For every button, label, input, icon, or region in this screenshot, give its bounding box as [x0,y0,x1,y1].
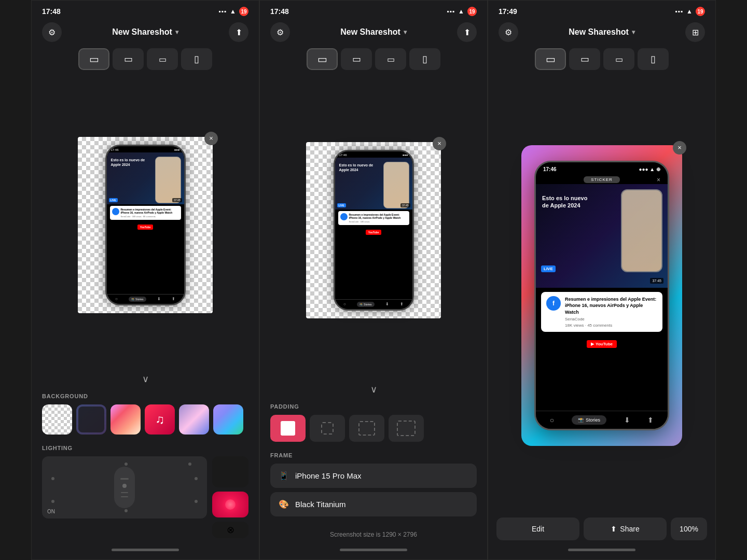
nav-title-3[interactable]: New Shareshot ▾ [569,27,635,37]
canvas-area-2: × 17:46 ●●● Esto es lo nuevo de Apple 20… [260,78,487,382]
wifi-icon-1: ▲ [230,8,236,15]
mockup-card-1: Resumen e impresiones del Apple Event: i… [110,206,181,220]
screenshot-container-1: × 17:46 ●●● Esto es lo nuevo de Apple 20… [78,137,213,313]
canvas-area-1: × 17:46 ●●● Esto es lo nuevo de Apple 20… [32,78,259,371]
share-btn-2[interactable]: ⬆ [457,22,477,42]
frame-color-option[interactable]: 🎨 Black Titanium [270,492,477,516]
top-nav-2: ⚙ New Shareshot ▾ ⬆ [260,20,487,48]
preview-download-icon: ⬇ [624,416,630,424]
status-time-2: 17:48 [270,7,289,16]
preview-phone-container: × 17:46 ●●● ▲ ⊕ STICKER × [521,145,682,446]
preview-close-btn[interactable]: × [673,141,686,155]
bg-spectrum-btn[interactable] [179,404,209,435]
preview-stories-btn[interactable]: 📸 Stories [572,415,606,425]
mockup-content-2: Esto es lo nuevo de Apple 2024 LIVE 37:4… [335,158,412,299]
frame-label: FRAME [270,452,477,458]
device-selector-3: ▭ ▭ ▭ ▯ [488,48,715,78]
frame-color-name: Black Titanium [295,500,346,509]
lighting-preview: ON [42,456,207,519]
gear-icon-1: ⚙ [48,27,56,37]
lighting-dark-box[interactable] [212,456,248,487]
collapse-arrow-1[interactable]: ∨ [32,371,259,389]
preview-card-stats: 18K views · 45 comments [565,323,657,328]
status-bar-1: 17:48 ▪▪▪ ▲ 19 [32,1,259,20]
preview-iphone-graphic [621,189,662,272]
share-action-icon: ⬆ [611,525,617,533]
mockup-screen-1: 17:46 ●●● Esto es lo nuevo de Apple 2024… [107,146,184,304]
bg-apple-btn[interactable]: 🍎 [247,404,248,435]
home-indicator-1 [32,544,259,559]
padding-btn-lg[interactable] [389,415,424,442]
mockup-bottom-bar-2: ○ 📸 Stories ⬇ ⬆ [335,299,412,309]
mac-icon-1: ▭ [159,54,167,64]
ipad2-icon-1: ▭ [124,53,133,65]
mockup-card-2: Resumen e impresiones del Apple Event: i… [338,211,409,225]
sticker-close-icon[interactable]: × [657,176,660,184]
share-btn[interactable]: ⬆ Share [584,517,667,540]
status-icons-2: ▪▪▪ ▲ 19 [447,7,477,16]
edit-btn[interactable]: Edit [496,517,579,540]
device-btn-phone-3[interactable]: ▯ [638,48,669,70]
device-btn-ipad2-3[interactable]: ▭ [569,48,600,70]
gallery-btn-3[interactable]: ⊞ [685,22,705,42]
phone-3: 17:49 ▪▪▪ ▲ 19 ⚙ New Shareshot ▾ ⊞ ▭ [488,0,716,560]
phones-container: 17:48 ▪▪▪ ▲ 19 ⚙ New Shareshot ▾ ⬆ ▭ [0,0,747,560]
device-btn-mac-1[interactable]: ▭ [147,48,178,70]
device-btn-phone-2[interactable]: ▯ [409,48,440,70]
device-btn-mac-2[interactable]: ▭ [375,48,406,70]
device-btn-ipad-1[interactable]: ▭ [78,48,109,70]
phone-frame-icon: 📱 [279,471,289,481]
zoom-label: 100% [680,525,698,533]
bg-gradient2-btn[interactable] [213,404,243,435]
close-btn-2[interactable]: × [433,137,446,150]
share-action-label: Share [620,525,639,533]
screenshot-container-2: × 17:46 ●●● Esto es lo nuevo de Apple 20… [306,142,441,318]
bg-blur-btn[interactable] [76,404,106,435]
device-btn-ipad-3[interactable]: ▭ [535,48,566,70]
status-time-3: 17:49 [499,7,517,16]
mockup-video-1: Esto es lo nuevo de Apple 2024 LIVE 37:4… [107,152,184,204]
device-btn-ipad2-2[interactable]: ▭ [341,48,372,70]
settings-btn-3[interactable]: ⚙ [499,22,518,42]
checkered-bg-2: 17:46 ●●● Esto es lo nuevo de Apple 2024… [306,142,441,318]
device-btn-phone-1[interactable]: ▯ [181,48,212,70]
chevron-icon-2: ▾ [404,29,407,36]
lighting-pink-box[interactable] [212,492,248,517]
phone-2: 17:48 ▪▪▪ ▲ 19 ⚙ New Shareshot ▾ ⬆ ▭ [259,0,488,560]
preview-yt: YouTube [536,336,668,352]
collapse-arrow-2[interactable]: ∨ [260,382,487,399]
device-btn-ipad-2[interactable]: ▭ [307,48,338,70]
zoom-btn[interactable]: 100% [671,517,707,540]
settings-btn-2[interactable]: ⚙ [270,22,290,42]
padding-btn-none[interactable] [270,415,306,442]
padding-btn-sm[interactable] [310,415,345,442]
status-bar-2: 17:48 ▪▪▪ ▲ 19 [260,1,487,20]
status-time-1: 17:48 [42,7,61,16]
background-label: BACKGROUND [42,393,248,399]
nav-title-2[interactable]: New Shareshot ▾ [340,27,407,37]
top-nav-1: ⚙ New Shareshot ▾ ⬆ [32,20,259,48]
phone-mockup-1: 17:46 ●●● Esto es lo nuevo de Apple 2024… [105,145,186,305]
frame-device-option[interactable]: 📱 iPhone 15 Pro Max [270,464,477,488]
wifi-icon-2: ▲ [458,8,464,15]
preview-video-title: Esto es lo nuevo de Apple 2024 [542,194,589,209]
bg-music-btn[interactable]: ♫ [145,404,175,435]
device-btn-mac-3[interactable]: ▭ [603,48,634,70]
nav-title-1[interactable]: New Shareshot ▾ [112,27,178,37]
settings-btn-1[interactable]: ⚙ [42,22,62,42]
lighting-black-btn[interactable]: ⊗ [212,522,248,538]
bg-checkered-btn[interactable] [42,404,72,435]
preview-canvas: × 17:46 ●●● ▲ ⊕ STICKER × [488,78,715,512]
padding-btn-md[interactable] [349,415,384,442]
bg-abstract-btn[interactable] [110,404,141,435]
preview-time-badge: 37:45 [650,278,663,284]
lighting-label: LIGHTING [42,445,248,451]
preview-phone-device: 17:46 ●●● ▲ ⊕ STICKER × Esto es lo nuevo… [534,161,669,430]
device-btn-ipad2-1[interactable]: ▭ [113,48,144,70]
preview-bg: 17:46 ●●● ▲ ⊕ STICKER × Esto es lo nuevo… [521,145,682,446]
share-btn-1[interactable]: ⬆ [229,22,248,42]
lighting-side: ⊗ [212,456,248,538]
close-btn-1[interactable]: × [204,132,218,145]
signal-icon-1: ▪▪▪ [218,8,227,15]
mockup-content-1: Esto es lo nuevo de Apple 2024 LIVE 37:4… [107,152,184,294]
